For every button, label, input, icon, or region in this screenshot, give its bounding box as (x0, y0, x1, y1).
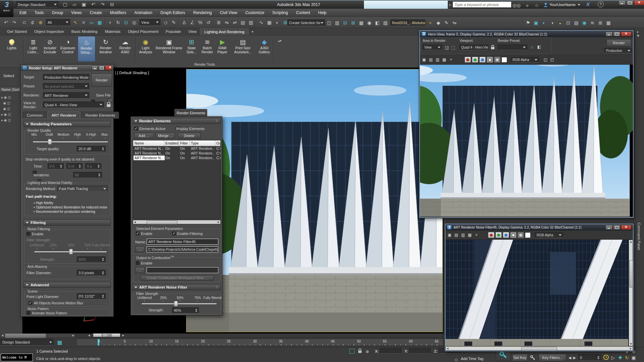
dialog-title-bar[interactable]: Render Setup: ART Renderer (21, 65, 113, 71)
delete-element-button[interactable]: Delete (178, 133, 201, 138)
maximize-button[interactable] (613, 32, 621, 37)
create-selection-set-dropdown[interactable]: Create Selection Se (287, 19, 325, 26)
render-a360-button[interactable]: ☁Render A360 (116, 36, 134, 62)
layer-toggle-icon[interactable]: ◱ (543, 57, 548, 62)
infocenter-expand[interactable]: ▸ (448, 1, 452, 8)
select-move-icon[interactable]: + (106, 18, 114, 27)
hero-render-canvas[interactable] (420, 65, 633, 217)
raytrace-icon[interactable]: ⊞ (596, 18, 604, 27)
menu-views[interactable]: Views (67, 9, 86, 16)
clone-window-icon[interactable]: ▥ (460, 232, 466, 238)
current-frame-spinner[interactable]: 0 (578, 354, 601, 361)
renderer-dropdown[interactable]: ART Renderer (43, 92, 89, 99)
point-light-diameter-spinner[interactable]: 0'0 12/32" (77, 293, 106, 299)
track-bar-ruler[interactable]: 0 5 10 15 20 25 30 35 40 45 50 55 60 65 (76, 339, 443, 346)
col-filter[interactable]: Filter (180, 141, 188, 145)
lock-viewport-icon[interactable] (490, 45, 495, 50)
use-pivot-center-icon[interactable]: ◇ (162, 18, 170, 27)
signin-user[interactable]: YourUserName (543, 1, 580, 8)
menu-group[interactable]: Group (48, 9, 67, 16)
reference-coordinate-dropdown[interactable]: View (140, 19, 160, 26)
exchange-apps-icon[interactable]: X (586, 1, 590, 7)
spacing-icon[interactable]: ◧ (373, 18, 381, 27)
monitor-b-icon[interactable]: ⊞ (349, 18, 357, 27)
ribbon-tab-object-placement[interactable]: Object Placement (124, 28, 162, 35)
overlay-toggle-icon[interactable]: ◰ (549, 57, 555, 62)
app-logo[interactable]: 3 MAX (0, 0, 13, 17)
render-setup-teapot-icon[interactable]: ♨ (529, 44, 535, 50)
rendering-parameters-rollout[interactable]: Rendering Parameters (23, 121, 111, 127)
alpha-channel-button[interactable] (510, 232, 517, 238)
strength-spinner[interactable]: 50% (77, 256, 106, 262)
display-toggle-icon[interactable]: ▥ (333, 18, 341, 27)
nf-strength-spinner[interactable]: 45% (172, 307, 199, 313)
play-animation-icon[interactable]: ▷ (610, 353, 616, 362)
workspace-dropdown[interactable]: Design Standard (16, 1, 58, 8)
element-name-field[interactable]: ART Renderer Noise Filter45 (147, 239, 218, 245)
close-button[interactable] (105, 65, 112, 70)
auto-region-icon[interactable]: ◲ (444, 45, 450, 50)
render-iterative-button[interactable]: ↻Render Iterative (97, 36, 115, 62)
col-type[interactable]: Type (191, 141, 199, 145)
table-row-selected[interactable]: ART Renderer N... On On ART Rendere... C… (133, 156, 220, 160)
green-channel-button[interactable] (495, 232, 502, 238)
hero-window-title-bar[interactable]: 3 Hero-View, frame 0, Display Gamma: 2.2… (420, 31, 633, 37)
ribbon-tab-populate[interactable]: Populate (162, 28, 184, 35)
align-icon[interactable]: ⇌ (231, 18, 239, 27)
scene-row[interactable]: ◉ ◫ (1, 100, 22, 106)
spinner-snap-icon[interactable]: ↺ (204, 18, 212, 27)
preset-dropdown[interactable]: No preset selected (43, 83, 89, 89)
prev-frame-arrow[interactable] (88, 335, 90, 337)
element-path-browse-button[interactable]: ... (135, 246, 145, 252)
target-quality-spinner[interactable]: 20.0 dB (77, 146, 106, 152)
menu-edit[interactable]: Edit (15, 9, 31, 16)
area-to-render-dropdown[interactable]: View (423, 45, 442, 50)
lights-button[interactable]: Lights (1, 36, 22, 62)
maximize-button[interactable] (98, 65, 105, 70)
light-analysis-button[interactable]: ◉Light Analysis (137, 36, 154, 62)
save-file-icon[interactable]: ▣ (80, 1, 88, 8)
select-object-icon[interactable]: ↖ (71, 18, 79, 27)
lock-view-icon[interactable] (106, 102, 111, 108)
scene-row[interactable]: ▸ ◉ ◫ (1, 95, 22, 100)
iterations-field[interactable]: 50 (73, 172, 102, 178)
pan-view-icon[interactable]: ✚ (617, 353, 623, 362)
col-name[interactable]: Name (135, 141, 144, 145)
menu-animation[interactable]: Animation (130, 9, 156, 16)
minimize-button[interactable] (619, 0, 626, 5)
render-teapot-a-icon[interactable]: ◐ (540, 18, 548, 27)
light-lister-button[interactable]: ≣Light Lister... (25, 36, 42, 62)
undo-icon[interactable]: ↶ (89, 1, 97, 8)
scene-row[interactable]: ▸ ◉ ◫ (1, 117, 22, 123)
quality-slider-track[interactable] (33, 141, 108, 143)
material-editor-icon[interactable]: ◐ (273, 18, 281, 27)
set-key-button[interactable]: Set Key (512, 354, 528, 361)
edit-region-icon[interactable]: ⬚ (450, 45, 456, 50)
open-file-icon[interactable]: ▱ (70, 1, 78, 8)
named-selection-set-field[interactable]: Revit2016_...Worksharing (390, 19, 425, 26)
ribbon-tab-get-started[interactable]: Get Started (3, 28, 31, 35)
rendered-frame-window-button[interactable]: ▣Rendered Frame Window (155, 36, 183, 62)
render-teapot-c-icon[interactable]: ◒ (556, 18, 564, 27)
production-dropdown[interactable]: Production (604, 48, 632, 53)
exposure-icon[interactable]: ▤ (572, 18, 580, 27)
canvas-hscrollbar[interactable] (445, 346, 633, 351)
angle-snap-icon[interactable]: ∠ (188, 18, 196, 27)
nf-slider-track[interactable] (141, 303, 217, 305)
blue-channel-button[interactable] (503, 232, 509, 238)
close-button[interactable] (621, 32, 632, 37)
search-input[interactable]: Type a keyword or phrase (452, 1, 512, 8)
element-path-field[interactable]: C:\Desktop-Projects\USAirforce-CadetChap… (147, 246, 218, 252)
unlink-icon[interactable]: ⊄ (29, 18, 37, 27)
merge-element-button[interactable]: Merge ... (156, 133, 175, 138)
motion-blur-checkbox[interactable] (29, 301, 32, 305)
color-swatch[interactable] (501, 57, 507, 63)
ribbon-tab-object-inspection[interactable]: Object Inspection (31, 28, 68, 35)
channel-display-dropdown[interactable]: RGB Alpha (511, 57, 539, 63)
copy-image-icon[interactable]: ▤ (428, 57, 434, 62)
menu-scripting[interactable]: Scripting (268, 9, 292, 16)
noise-window-title-bar[interactable]: 3 ART Renderer Noise Filter45, Display G… (445, 224, 633, 231)
x-coordinate-field[interactable] (380, 348, 401, 354)
render-preset-dropdown[interactable] (498, 45, 527, 50)
monochrome-button[interactable] (494, 57, 500, 63)
